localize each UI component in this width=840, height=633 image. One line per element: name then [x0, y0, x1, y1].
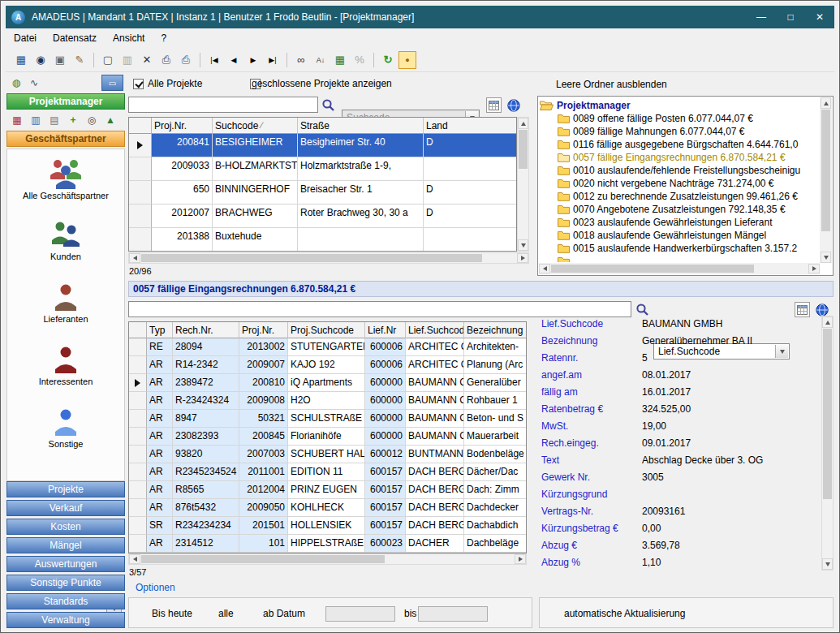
tree-item[interactable]: 0010 auslaufende/fehlende Freistellungsb…	[540, 164, 821, 177]
scroll-left-button[interactable]	[129, 253, 140, 263]
scroll-down-button[interactable]	[518, 239, 528, 251]
window-icon[interactable]: ▣	[51, 51, 69, 69]
invoice-row[interactable]: AR 93820 2007003 SCHUBERT HALLE 600012 B…	[129, 446, 526, 463]
grid-icon[interactable]: ▦	[9, 112, 25, 128]
invoice-row[interactable]: SR R234234234 201501 HOLLENSIEK 600157 D…	[129, 517, 526, 535]
project-row[interactable]: 2012007 BRACHWEG Roter Brachweg 30, 30 a…	[129, 205, 516, 228]
connection-icon[interactable]: ∿	[26, 75, 42, 91]
menu-ansicht[interactable]: Ansicht	[105, 30, 153, 46]
scroll-up-button[interactable]	[518, 118, 528, 129]
nav-standards[interactable]: Standards	[6, 593, 125, 609]
date-from-input[interactable]	[325, 606, 395, 622]
tree-item-selected[interactable]: 0057 fällige Eingangsrechnungen 6.870.58…	[540, 151, 821, 164]
menu-datei[interactable]: Datei	[6, 30, 45, 46]
column-header-rechnr[interactable]: Rech.Nr.	[173, 322, 239, 338]
project-search-input[interactable]	[128, 97, 318, 113]
scroll-down-button[interactable]	[821, 252, 831, 263]
invoice-row[interactable]: AR R8565 2012004 PRINZ EUGEN 600157 DACH…	[129, 481, 526, 499]
tree-item[interactable]: 0018 auslaufende Gewährleistungen Mängel	[540, 229, 821, 242]
project-row[interactable]: 650 BINNINGERHOF Breisacher Str. 1 D	[129, 181, 516, 205]
invoice-row[interactable]: AR R2345234524 2011001 EDITION 11 600157…	[129, 463, 526, 481]
project-row[interactable]: 201388 Buxtehude	[129, 228, 516, 252]
nav-maengel[interactable]: Mängel	[6, 537, 125, 553]
global-search-icon[interactable]: ◉	[32, 51, 50, 69]
column-header-suchcode[interactable]: Suchcode∕	[213, 118, 298, 134]
options-link[interactable]: Optionen	[136, 582, 175, 593]
scroll-thumb[interactable]	[519, 130, 528, 169]
selector-column-header[interactable]	[129, 322, 147, 338]
calculator-icon[interactable]: %	[351, 51, 368, 69]
scroll-down-button[interactable]	[822, 558, 833, 570]
column-header-land[interactable]: Land	[424, 118, 516, 134]
column-header-typ[interactable]: Typ	[147, 322, 173, 338]
partner-item-lieferanten[interactable]: Lieferanten	[7, 282, 124, 345]
nav-kosten[interactable]: Kosten	[6, 519, 125, 535]
sort-icon[interactable]: A↓	[312, 51, 330, 69]
nav-verkauf[interactable]: Verkauf	[6, 500, 125, 516]
cards-icon[interactable]: ▤	[46, 112, 62, 128]
scroll-right-button[interactable]	[515, 554, 526, 564]
tree-item[interactable]: 0070 Angebotene Zusatzleistungen 792.148…	[540, 203, 821, 216]
tree-item[interactable]: 0116 fällige ausgegebene Bürgschaften 4.…	[540, 138, 821, 151]
last-record-icon[interactable]: ▶|	[264, 51, 282, 69]
invoice-row[interactable]: AR 23082393 200845 Florianihöfe 600000 B…	[129, 428, 526, 446]
tree-hscrollbar[interactable]	[539, 263, 820, 274]
find-icon[interactable]: ∞	[292, 51, 310, 69]
date-to-input[interactable]	[418, 606, 488, 622]
tree-vscrollbar[interactable]	[820, 97, 832, 263]
next-record-icon[interactable]: ▶	[244, 51, 262, 69]
partner-item-sonstige[interactable]: Sonstige	[7, 407, 124, 470]
tree-item[interactable]: 0089 fällige Mahnungen 6.077.044,07 €	[540, 125, 821, 138]
scroll-left-button[interactable]	[539, 264, 550, 273]
print-icon[interactable]: ⎙	[157, 51, 175, 69]
first-record-icon[interactable]: |◀	[205, 51, 223, 69]
tree-item[interactable]: 0012 zu berechnende Zusatzleistungen 99.…	[540, 190, 821, 203]
invoice-row[interactable]: AR 8947 50321 SCHULSTRAßE 600000 BAUMANN…	[129, 410, 526, 428]
form-edit-icon[interactable]: ✎	[71, 51, 88, 69]
scroll-thumb[interactable]	[551, 265, 754, 273]
nav-verwaltung[interactable]: Verwaltung	[6, 612, 125, 628]
search-magnifier-icon[interactable]	[321, 98, 335, 114]
minimize-button[interactable]: —	[747, 6, 776, 28]
scroll-left-button[interactable]	[129, 554, 140, 564]
project-row[interactable]: 2009033 B-HOLZMARKTSTR Holzmarktstraße 1…	[129, 157, 516, 181]
tree-root[interactable]: Projektmanager	[540, 98, 821, 112]
nav-projekte[interactable]: Projekte	[6, 481, 125, 497]
tree-item[interactable]: 0089 offene fällige Posten 6.077.044,07 …	[540, 112, 821, 125]
invoice-row-current[interactable]: AR 2389472 200810 iQ Apartments 600000 B…	[129, 374, 526, 392]
column-header-liefsuchcode[interactable]: Lief.Suchcod∕	[406, 322, 464, 338]
project-search-icon[interactable]: ▦	[12, 51, 30, 69]
scroll-up-button[interactable]	[821, 97, 831, 109]
partner-item-alle-geschaeftspartner[interactable]: Alle Geschäftspartner	[7, 157, 124, 220]
column-header-projnr[interactable]: Proj.Nr.	[152, 118, 213, 134]
print-preview-icon[interactable]: ⎙	[177, 51, 195, 69]
tree-item[interactable]	[540, 255, 821, 262]
scroll-thumb[interactable]	[821, 110, 830, 231]
scroll-up-button[interactable]	[822, 316, 833, 328]
invoices-hscrollbar[interactable]	[128, 553, 527, 565]
sidebar-group-geschaeftspartner[interactable]: Geschäftspartner	[6, 131, 125, 147]
new-record-icon[interactable]: ▢	[99, 51, 117, 69]
scroll-right-button[interactable]	[808, 264, 820, 273]
globe-icon[interactable]: ◍	[8, 75, 24, 91]
invoice-row[interactable]: AR R14-2342 2009007 KAJO 192 600006 ARCH…	[129, 356, 526, 374]
detail-vscrollbar[interactable]	[821, 316, 834, 571]
partner-item-interessenten[interactable]: Interessenten	[7, 345, 124, 407]
scroll-thumb[interactable]	[823, 329, 832, 499]
column-header-bezeichnung[interactable]: Bezeichnung	[464, 322, 527, 338]
refresh-icon[interactable]: ↻	[379, 51, 397, 69]
auto-refresh-icon[interactable]: ●	[398, 51, 416, 69]
add-icon[interactable]: +	[65, 112, 81, 128]
maximize-button[interactable]: □	[776, 6, 805, 28]
invoice-row[interactable]: AR 876t5432 2009050 KOHLHECK 600157 DACH…	[129, 499, 526, 517]
previous-record-icon[interactable]: ◀	[225, 51, 243, 69]
tree-item[interactable]: 0015 auslaufende Handwerkerbürgschaften …	[540, 242, 821, 255]
chart-icon[interactable]: ▲	[102, 112, 118, 128]
close-button[interactable]: ✕	[805, 6, 834, 28]
scroll-thumb[interactable]	[141, 555, 385, 563]
sidebar-panel-button[interactable]: ▭	[101, 75, 123, 91]
invoice-search-input[interactable]	[128, 301, 631, 317]
column-header-strasse[interactable]: Straße	[298, 118, 424, 134]
search-icon[interactable]: ◎	[84, 112, 100, 128]
projects-vscrollbar[interactable]	[517, 117, 529, 252]
